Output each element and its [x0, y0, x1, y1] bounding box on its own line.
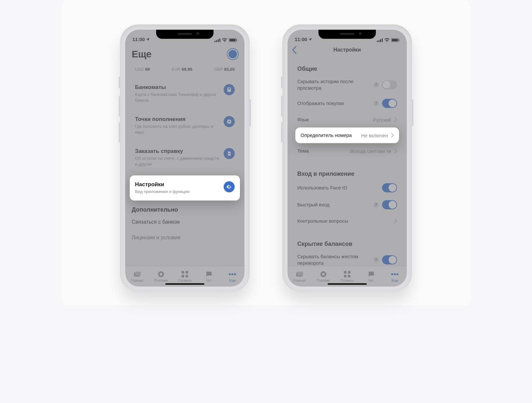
svg-rect-32 [399, 39, 399, 41]
svg-point-24 [231, 273, 233, 275]
row-label: Скрывать балансы жестом переворота [297, 253, 370, 266]
card-atms[interactable]: БанкоматыКарта с банкоматами Тинькофф и … [130, 80, 240, 108]
rate-value: 69,95 [182, 67, 192, 72]
help-icon[interactable]: ? [374, 202, 379, 207]
row-label: Скрывать истории после просмотра [297, 78, 370, 91]
back-icon[interactable] [291, 46, 297, 54]
card-title: Настройки [135, 181, 189, 188]
card-subtitle: Где положить на счет рубли, доллары и ев… [135, 124, 220, 135]
svg-rect-31 [392, 39, 398, 41]
avatar[interactable] [228, 49, 238, 59]
coin-icon [157, 270, 165, 278]
card-title: Заказать справку [135, 148, 220, 155]
rate-value: 85,05 [224, 67, 235, 72]
chevron-right-icon [394, 219, 397, 223]
toggle-hide-balances[interactable] [382, 255, 397, 264]
currency-rates[interactable]: USD 69 EUR 69,95 GBP 85,05 [130, 63, 240, 76]
tab-label: Сервисы [340, 279, 354, 282]
help-icon[interactable]: ? [374, 101, 379, 106]
signal-icon [377, 38, 383, 42]
help-icon[interactable]: ? [374, 82, 379, 87]
wifi-icon [384, 38, 390, 42]
toggle-quick-login[interactable] [382, 200, 397, 209]
svg-point-42 [394, 273, 396, 275]
card-title: Банкоматы [135, 84, 220, 91]
atm-icon [224, 84, 235, 95]
toggle-show-purchases[interactable] [382, 99, 397, 108]
rate-code: EUR [171, 67, 180, 72]
row-value: Не включен [361, 133, 388, 138]
wifi-icon [222, 38, 227, 42]
row-security-questions[interactable]: Контрольные вопросы [292, 213, 402, 229]
row-label: Отображать покупки [297, 100, 370, 107]
svg-rect-2 [218, 39, 219, 42]
chat-icon [367, 270, 375, 278]
svg-rect-29 [382, 38, 383, 42]
row-label: Использовать Face ID [297, 185, 379, 191]
svg-rect-7 [228, 87, 231, 92]
group-general: Общие Скрывать истории после просмотра ?… [292, 60, 402, 161]
section-header-extra: Дополнительно [132, 206, 238, 213]
card-stack-icon [296, 270, 303, 278]
card-order-statement[interactable]: Заказать справкуОб остатке на счете, с д… [130, 143, 240, 172]
grid-icon [181, 270, 189, 278]
svg-rect-34 [297, 272, 303, 276]
row-caller-id[interactable]: Определитель номера Не включен [295, 127, 399, 143]
row-quick-login[interactable]: Быстрый вход ? [292, 196, 402, 213]
svg-rect-3 [219, 38, 220, 42]
rate-value: 69 [145, 67, 150, 72]
help-icon[interactable]: ? [374, 257, 379, 262]
rate-code: USD [135, 67, 144, 72]
grid-icon [343, 270, 351, 278]
row-label: Контрольные вопросы [297, 218, 391, 224]
row-hide-balances-flip[interactable]: Скрывать балансы жестом переворота ? [292, 249, 402, 266]
svg-rect-11 [228, 121, 230, 122]
gear-icon [224, 181, 235, 192]
svg-rect-16 [135, 272, 141, 276]
svg-rect-37 [344, 271, 347, 274]
toggle-face-id[interactable] [382, 183, 397, 192]
svg-point-23 [229, 273, 231, 275]
row-label: Тема [297, 148, 347, 154]
svg-rect-8 [228, 88, 230, 90]
svg-rect-20 [185, 271, 188, 274]
tab-label: Сервисы [178, 279, 191, 282]
row-label: Язык [297, 116, 370, 123]
row-hide-stories[interactable]: Скрывать истории после просмотра ? [292, 74, 402, 95]
home-indicator [328, 283, 367, 285]
svg-rect-38 [348, 271, 350, 274]
link-licenses[interactable]: Лицензии и условия [130, 231, 240, 244]
page-title: Еще [132, 49, 152, 60]
svg-point-43 [396, 273, 398, 275]
svg-rect-27 [378, 40, 379, 42]
svg-rect-40 [348, 275, 350, 277]
card-topup-points[interactable]: Точки пополненияГде положить на счет руб… [130, 112, 240, 140]
battery-icon [229, 38, 237, 42]
card-stack-icon [133, 270, 141, 278]
row-show-purchases[interactable]: Отображать покупки ? [292, 95, 402, 112]
tab-label: Чат [368, 279, 374, 282]
chevron-right-icon [391, 133, 394, 138]
row-face-id[interactable]: Использовать Face ID [292, 179, 402, 196]
row-language[interactable]: Язык Русский [292, 112, 402, 127]
status-time: 11:00 [295, 37, 307, 42]
document-icon [224, 148, 235, 159]
coin-icon [319, 270, 327, 278]
card-subtitle: Об остатке на счете, с движением средств… [135, 156, 220, 167]
svg-rect-1 [216, 40, 217, 42]
card-subtitle: Вид приложения и функции [135, 189, 189, 195]
link-contact-bank[interactable]: Связаться с банком [130, 216, 240, 228]
location-icon [308, 37, 312, 41]
svg-point-18 [160, 273, 162, 276]
toggle-hide-stories[interactable] [382, 80, 397, 89]
card-settings[interactable]: НастройкиВид приложения и функции [130, 175, 240, 201]
status-time: 11:00 [132, 37, 145, 42]
notch [318, 30, 376, 39]
tab-label: Платежи [155, 279, 168, 282]
tab-label: Еще [229, 279, 236, 282]
group-hide-balances: Скрытие балансов Скрывать балансы жестом… [292, 235, 402, 266]
row-theme[interactable]: Тема Всегда светлая те [292, 143, 402, 159]
tab-label: Главная [293, 279, 306, 282]
rate-code: GBP [214, 67, 223, 72]
group-header: Вход в приложение [292, 167, 402, 179]
